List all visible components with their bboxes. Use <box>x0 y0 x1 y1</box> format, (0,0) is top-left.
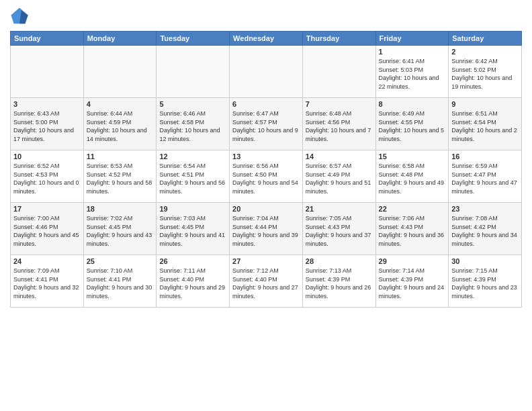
day-number: 5 <box>159 100 226 108</box>
calendar-cell: 6Sunrise: 6:47 AM Sunset: 4:57 PM Daylig… <box>230 98 303 150</box>
calendar-week-3: 17Sunrise: 7:00 AM Sunset: 4:46 PM Dayli… <box>11 203 522 255</box>
weekday-header-wednesday: Wednesday <box>230 32 303 46</box>
calendar-cell <box>230 46 303 98</box>
day-number: 25 <box>87 257 154 265</box>
calendar-cell: 19Sunrise: 7:03 AM Sunset: 4:45 PM Dayli… <box>157 203 230 255</box>
day-info: Sunrise: 7:05 AM Sunset: 4:43 PM Dayligh… <box>306 214 373 248</box>
calendar-week-2: 10Sunrise: 6:52 AM Sunset: 4:53 PM Dayli… <box>11 150 522 203</box>
calendar-cell: 23Sunrise: 7:08 AM Sunset: 4:42 PM Dayli… <box>449 203 522 255</box>
weekday-header-saturday: Saturday <box>449 32 522 46</box>
day-number: 26 <box>159 257 226 265</box>
calendar-cell: 1Sunrise: 6:41 AM Sunset: 5:03 PM Daylig… <box>375 46 449 98</box>
day-info: Sunrise: 6:49 AM Sunset: 4:55 PM Dayligh… <box>379 109 446 143</box>
weekday-header-thursday: Thursday <box>302 32 375 46</box>
calendar-cell: 28Sunrise: 7:13 AM Sunset: 4:39 PM Dayli… <box>302 255 375 308</box>
day-info: Sunrise: 6:53 AM Sunset: 4:52 PM Dayligh… <box>87 162 154 195</box>
calendar-cell: 26Sunrise: 7:11 AM Sunset: 4:40 PM Dayli… <box>157 255 230 308</box>
calendar-cell: 25Sunrise: 7:10 AM Sunset: 4:41 PM Dayli… <box>83 255 157 308</box>
day-info: Sunrise: 7:09 AM Sunset: 4:41 PM Dayligh… <box>13 267 81 300</box>
day-info: Sunrise: 6:47 AM Sunset: 4:57 PM Dayligh… <box>232 109 300 143</box>
weekday-header-row: SundayMondayTuesdayWednesdayThursdayFrid… <box>11 32 522 46</box>
calendar-cell: 9Sunrise: 6:51 AM Sunset: 4:54 PM Daylig… <box>449 98 522 150</box>
day-number: 2 <box>451 48 519 56</box>
day-number: 10 <box>13 152 81 161</box>
day-info: Sunrise: 6:44 AM Sunset: 4:59 PM Dayligh… <box>87 109 154 143</box>
day-info: Sunrise: 7:15 AM Sunset: 4:39 PM Dayligh… <box>451 267 519 300</box>
calendar-cell <box>302 46 375 98</box>
calendar-cell: 29Sunrise: 7:14 AM Sunset: 4:39 PM Dayli… <box>375 255 449 308</box>
day-number: 14 <box>306 152 373 161</box>
calendar-cell: 10Sunrise: 6:52 AM Sunset: 4:53 PM Dayli… <box>11 150 84 203</box>
calendar-week-0: 1Sunrise: 6:41 AM Sunset: 5:03 PM Daylig… <box>11 46 522 98</box>
day-info: Sunrise: 7:14 AM Sunset: 4:39 PM Dayligh… <box>379 267 446 300</box>
day-info: Sunrise: 6:41 AM Sunset: 5:03 PM Dayligh… <box>379 57 446 91</box>
calendar-cell: 13Sunrise: 6:56 AM Sunset: 4:50 PM Dayli… <box>230 150 303 203</box>
day-number: 29 <box>379 257 446 265</box>
day-number: 24 <box>13 257 81 265</box>
calendar-cell: 12Sunrise: 6:54 AM Sunset: 4:51 PM Dayli… <box>157 150 230 203</box>
calendar-cell: 16Sunrise: 6:59 AM Sunset: 4:47 PM Dayli… <box>449 150 522 203</box>
day-number: 13 <box>232 152 300 161</box>
day-info: Sunrise: 6:42 AM Sunset: 5:02 PM Dayligh… <box>451 57 519 91</box>
day-info: Sunrise: 6:51 AM Sunset: 4:54 PM Dayligh… <box>451 109 519 143</box>
day-number: 17 <box>13 205 81 213</box>
day-info: Sunrise: 6:43 AM Sunset: 5:00 PM Dayligh… <box>13 109 81 143</box>
day-number: 7 <box>306 100 373 108</box>
day-info: Sunrise: 7:11 AM Sunset: 4:40 PM Dayligh… <box>159 267 226 300</box>
calendar-week-4: 24Sunrise: 7:09 AM Sunset: 4:41 PM Dayli… <box>11 255 522 308</box>
weekday-header-friday: Friday <box>375 32 449 46</box>
page: SundayMondayTuesdayWednesdayThursdayFrid… <box>0 0 532 411</box>
day-number: 28 <box>306 257 373 265</box>
calendar-cell: 8Sunrise: 6:49 AM Sunset: 4:55 PM Daylig… <box>375 98 449 150</box>
day-info: Sunrise: 6:56 AM Sunset: 4:50 PM Dayligh… <box>232 162 300 195</box>
calendar-cell: 7Sunrise: 6:48 AM Sunset: 4:56 PM Daylig… <box>302 98 375 150</box>
day-number: 4 <box>87 100 154 108</box>
day-number: 12 <box>159 152 226 161</box>
calendar-cell: 24Sunrise: 7:09 AM Sunset: 4:41 PM Dayli… <box>11 255 84 308</box>
day-number: 1 <box>379 48 446 56</box>
logo-icon <box>10 7 29 26</box>
day-number: 16 <box>451 152 519 161</box>
calendar-cell: 14Sunrise: 6:57 AM Sunset: 4:49 PM Dayli… <box>302 150 375 203</box>
day-number: 23 <box>451 205 519 213</box>
day-number: 18 <box>87 205 154 213</box>
day-info: Sunrise: 6:54 AM Sunset: 4:51 PM Dayligh… <box>159 162 226 195</box>
calendar-cell <box>83 46 157 98</box>
day-info: Sunrise: 7:10 AM Sunset: 4:41 PM Dayligh… <box>87 267 154 300</box>
day-info: Sunrise: 7:00 AM Sunset: 4:46 PM Dayligh… <box>13 214 81 248</box>
calendar-cell: 21Sunrise: 7:05 AM Sunset: 4:43 PM Dayli… <box>302 203 375 255</box>
day-number: 6 <box>232 100 300 108</box>
day-number: 9 <box>451 100 519 108</box>
day-number: 19 <box>159 205 226 213</box>
day-number: 11 <box>87 152 154 161</box>
calendar-cell <box>157 46 230 98</box>
header <box>10 7 522 26</box>
weekday-header-monday: Monday <box>83 32 157 46</box>
day-number: 22 <box>379 205 446 213</box>
calendar-cell: 30Sunrise: 7:15 AM Sunset: 4:39 PM Dayli… <box>449 255 522 308</box>
day-info: Sunrise: 6:52 AM Sunset: 4:53 PM Dayligh… <box>13 162 81 195</box>
day-info: Sunrise: 7:03 AM Sunset: 4:45 PM Dayligh… <box>159 214 226 248</box>
calendar-cell: 15Sunrise: 6:58 AM Sunset: 4:48 PM Dayli… <box>375 150 449 203</box>
weekday-header-tuesday: Tuesday <box>157 32 230 46</box>
calendar-table: SundayMondayTuesdayWednesdayThursdayFrid… <box>10 31 522 308</box>
calendar-cell: 2Sunrise: 6:42 AM Sunset: 5:02 PM Daylig… <box>449 46 522 98</box>
day-number: 3 <box>13 100 81 108</box>
calendar-cell: 22Sunrise: 7:06 AM Sunset: 4:43 PM Dayli… <box>375 203 449 255</box>
day-number: 15 <box>379 152 446 161</box>
day-info: Sunrise: 7:02 AM Sunset: 4:45 PM Dayligh… <box>87 214 154 248</box>
day-number: 8 <box>379 100 446 108</box>
calendar-cell: 20Sunrise: 7:04 AM Sunset: 4:44 PM Dayli… <box>230 203 303 255</box>
weekday-header-sunday: Sunday <box>11 32 84 46</box>
calendar-cell: 11Sunrise: 6:53 AM Sunset: 4:52 PM Dayli… <box>83 150 157 203</box>
calendar-cell: 3Sunrise: 6:43 AM Sunset: 5:00 PM Daylig… <box>11 98 84 150</box>
calendar-cell <box>11 46 84 98</box>
day-info: Sunrise: 6:48 AM Sunset: 4:56 PM Dayligh… <box>306 109 373 143</box>
day-info: Sunrise: 7:12 AM Sunset: 4:40 PM Dayligh… <box>232 267 300 300</box>
day-number: 30 <box>451 257 519 265</box>
day-number: 27 <box>232 257 300 265</box>
calendar-cell: 18Sunrise: 7:02 AM Sunset: 4:45 PM Dayli… <box>83 203 157 255</box>
day-info: Sunrise: 7:08 AM Sunset: 4:42 PM Dayligh… <box>451 214 519 248</box>
day-number: 20 <box>232 205 300 213</box>
day-info: Sunrise: 6:59 AM Sunset: 4:47 PM Dayligh… <box>451 162 519 195</box>
